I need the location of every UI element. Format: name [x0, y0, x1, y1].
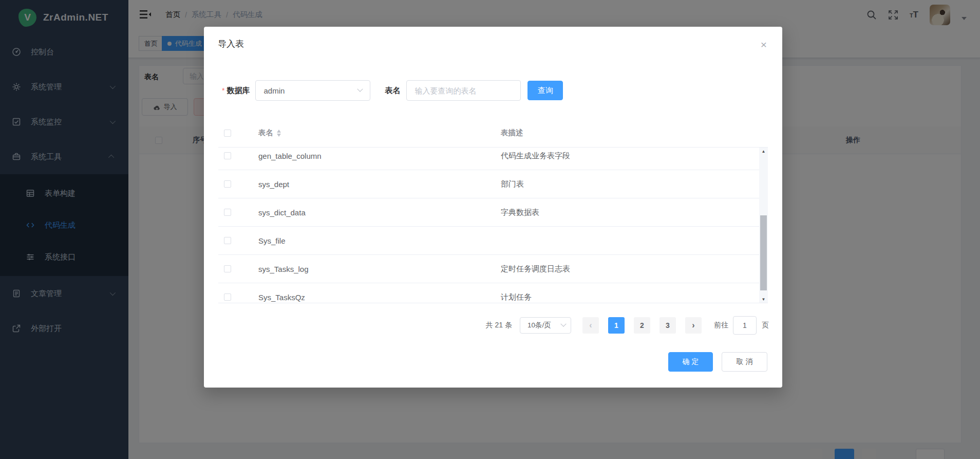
row-checkbox[interactable]: [224, 180, 231, 188]
table-row[interactable]: gen_table_column代码生成业务表字段: [218, 148, 759, 170]
table-row[interactable]: sys_Tasks_log定时任务调度日志表: [218, 255, 759, 283]
table-name-cell: Sys_TasksQz: [258, 293, 501, 302]
confirm-button[interactable]: 确 定: [668, 352, 713, 372]
pager-goto-input[interactable]: [733, 316, 757, 335]
dialog-pagination: 共 21 条 10条/页 ‹ 123 › 前往 页: [204, 317, 769, 334]
table-desc-cell: 计划任务: [501, 292, 759, 302]
table-desc-cell: 部门表: [501, 179, 759, 189]
scroll-up-icon[interactable]: ▲: [759, 148, 768, 155]
table-desc-cell: 定时任务调度日志表: [501, 264, 759, 274]
database-select[interactable]: admin: [255, 80, 370, 101]
table-row[interactable]: sys_dict_data字典数据表: [218, 198, 759, 227]
table-name-cell: Sys_file: [258, 236, 501, 245]
table-name-cell: sys_dept: [258, 180, 501, 189]
close-icon[interactable]: ×: [761, 39, 767, 50]
pagination-total: 共 21 条: [486, 321, 512, 330]
page-size-value: 10条/页: [527, 321, 551, 330]
page-size-select[interactable]: 10条/页: [520, 317, 571, 334]
database-label: 数据库: [227, 86, 250, 96]
row-checkbox[interactable]: [224, 293, 231, 301]
pager-goto-unit: 页: [762, 321, 769, 330]
table-desc-cell: 代码生成业务表字段: [501, 151, 759, 161]
chevron-down-icon: [357, 86, 363, 92]
scrollbar-thumb[interactable]: [760, 215, 767, 290]
column-header-table-desc: 表描述: [501, 128, 523, 138]
table-name-cell: gen_table_column: [258, 152, 501, 160]
scroll-down-icon[interactable]: ▼: [759, 296, 768, 303]
scrollbar[interactable]: ▲ ▼: [759, 148, 768, 303]
row-checkbox[interactable]: [224, 265, 231, 272]
dialog-table-body: gen_table_column代码生成业务表字段sys_dept部门表sys_…: [218, 148, 768, 303]
table-name-cell: sys_dict_data: [258, 208, 501, 217]
row-checkbox[interactable]: [224, 152, 231, 159]
column-header-table-name[interactable]: 表名: [258, 128, 273, 138]
table-name-cell: sys_Tasks_log: [258, 265, 501, 273]
dialog-table-header: 表名 表描述: [218, 119, 768, 148]
pager-prev-button[interactable]: ‹: [582, 317, 599, 334]
row-checkbox[interactable]: [224, 209, 231, 216]
pager-page-3[interactable]: 3: [659, 317, 676, 334]
select-all-checkbox[interactable]: [224, 130, 231, 137]
sort-icon[interactable]: [277, 130, 281, 137]
search-button[interactable]: 查询: [527, 81, 563, 100]
import-table-dialog: 导入表 × * 数据库 admin 表名 查询 表名 表描述 gen_table…: [204, 27, 782, 388]
pager-next-button[interactable]: ›: [685, 317, 702, 334]
table-desc-cell: 字典数据表: [501, 208, 759, 217]
table-row[interactable]: Sys_file: [218, 227, 759, 255]
pager-page-2[interactable]: 2: [634, 317, 650, 334]
dialog-query-form: * 数据库 admin 表名 查询: [204, 80, 782, 101]
database-select-value: admin: [263, 86, 285, 95]
chevron-down-icon: [560, 321, 566, 327]
pager-page-1[interactable]: 1: [608, 317, 625, 334]
cancel-button[interactable]: 取 消: [722, 352, 767, 372]
required-asterisk: *: [222, 86, 224, 95]
table-row[interactable]: Sys_TasksQz计划任务: [218, 283, 759, 303]
table-name-input[interactable]: [406, 80, 521, 101]
row-checkbox[interactable]: [224, 237, 231, 244]
pager-goto-label: 前往: [714, 321, 728, 330]
dialog-title: 导入表: [218, 38, 244, 50]
table-row[interactable]: sys_dept部门表: [218, 170, 759, 198]
table-name-label: 表名: [385, 86, 400, 96]
